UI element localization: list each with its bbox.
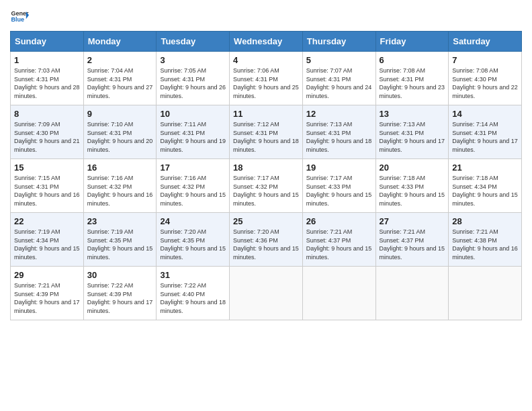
calendar-day-16: 16 Sunrise: 7:16 AMSunset: 4:32 PMDaylig… [83, 159, 157, 213]
day-number: 31 [160, 270, 226, 280]
day-number: 7 [452, 55, 518, 65]
calendar-header-friday: Friday [375, 32, 449, 52]
calendar-day-28: 28 Sunrise: 7:21 AMSunset: 4:38 PMDaylig… [449, 213, 522, 267]
day-info: Sunrise: 7:17 AMSunset: 4:33 PMDaylight:… [306, 174, 372, 208]
day-info: Sunrise: 7:08 AMSunset: 4:30 PMDaylight:… [452, 66, 518, 100]
calendar-day-9: 9 Sunrise: 7:10 AMSunset: 4:31 PMDayligh… [83, 105, 157, 159]
calendar-empty [449, 267, 522, 320]
calendar-table: SundayMondayTuesdayWednesdayThursdayFrid… [10, 31, 522, 320]
day-info: Sunrise: 7:09 AMSunset: 4:30 PMDaylight:… [14, 120, 80, 154]
calendar-header-tuesday: Tuesday [157, 32, 230, 52]
day-number: 1 [14, 55, 80, 65]
calendar-day-31: 31 Sunrise: 7:22 AMSunset: 4:40 PMDaylig… [157, 267, 230, 320]
day-info: Sunrise: 7:14 AMSunset: 4:31 PMDaylight:… [452, 120, 518, 154]
calendar-week-2: 8 Sunrise: 7:09 AMSunset: 4:30 PMDayligh… [11, 105, 522, 159]
calendar-day-27: 27 Sunrise: 7:21 AMSunset: 4:37 PMDaylig… [375, 213, 449, 267]
day-number: 14 [452, 109, 518, 119]
day-info: Sunrise: 7:13 AMSunset: 4:31 PMDaylight:… [380, 120, 445, 154]
day-number: 20 [380, 163, 445, 173]
calendar-day-2: 2 Sunrise: 7:04 AMSunset: 4:31 PMDayligh… [83, 52, 157, 105]
calendar-header-saturday: Saturday [449, 32, 522, 52]
calendar-day-14: 14 Sunrise: 7:14 AMSunset: 4:31 PMDaylig… [449, 105, 522, 159]
calendar-week-3: 15 Sunrise: 7:15 AMSunset: 4:31 PMDaylig… [11, 159, 522, 213]
day-info: Sunrise: 7:20 AMSunset: 4:35 PMDaylight:… [160, 228, 226, 261]
day-info: Sunrise: 7:05 AMSunset: 4:31 PMDaylight:… [160, 66, 226, 100]
day-info: Sunrise: 7:17 AMSunset: 4:32 PMDaylight:… [233, 174, 299, 208]
calendar-day-5: 5 Sunrise: 7:07 AMSunset: 4:31 PMDayligh… [302, 52, 375, 105]
day-info: Sunrise: 7:11 AMSunset: 4:31 PMDaylight:… [160, 120, 226, 154]
day-info: Sunrise: 7:21 AMSunset: 4:37 PMDaylight:… [306, 228, 372, 261]
calendar-week-1: 1 Sunrise: 7:03 AMSunset: 4:31 PMDayligh… [11, 52, 522, 105]
day-info: Sunrise: 7:21 AMSunset: 4:37 PMDaylight:… [380, 228, 445, 261]
day-info: Sunrise: 7:19 AMSunset: 4:35 PMDaylight:… [87, 228, 153, 261]
calendar-day-22: 22 Sunrise: 7:19 AMSunset: 4:34 PMDaylig… [11, 213, 84, 267]
day-number: 13 [380, 109, 445, 119]
calendar-day-23: 23 Sunrise: 7:19 AMSunset: 4:35 PMDaylig… [83, 213, 157, 267]
calendar-header-sunday: Sunday [11, 32, 84, 52]
calendar-day-3: 3 Sunrise: 7:05 AMSunset: 4:31 PMDayligh… [157, 52, 230, 105]
calendar-day-26: 26 Sunrise: 7:21 AMSunset: 4:37 PMDaylig… [302, 213, 375, 267]
calendar-day-1: 1 Sunrise: 7:03 AMSunset: 4:31 PMDayligh… [11, 52, 84, 105]
calendar-week-4: 22 Sunrise: 7:19 AMSunset: 4:34 PMDaylig… [11, 213, 522, 267]
calendar-day-13: 13 Sunrise: 7:13 AMSunset: 4:31 PMDaylig… [375, 105, 449, 159]
day-number: 24 [160, 216, 226, 226]
day-number: 4 [233, 55, 299, 65]
calendar-day-6: 6 Sunrise: 7:08 AMSunset: 4:31 PMDayligh… [375, 52, 449, 105]
calendar-day-18: 18 Sunrise: 7:17 AMSunset: 4:32 PMDaylig… [230, 159, 303, 213]
day-number: 25 [233, 216, 299, 226]
day-info: Sunrise: 7:22 AMSunset: 4:40 PMDaylight:… [160, 281, 226, 315]
calendar-header-wednesday: Wednesday [230, 32, 303, 52]
day-number: 2 [87, 55, 153, 65]
logo-icon: General Blue [10, 7, 29, 26]
calendar-header-row: SundayMondayTuesdayWednesdayThursdayFrid… [11, 32, 522, 52]
calendar-day-10: 10 Sunrise: 7:11 AMSunset: 4:31 PMDaylig… [157, 105, 230, 159]
day-info: Sunrise: 7:21 AMSunset: 4:39 PMDaylight:… [14, 281, 80, 315]
day-number: 23 [87, 216, 153, 226]
calendar-day-20: 20 Sunrise: 7:18 AMSunset: 4:33 PMDaylig… [375, 159, 449, 213]
calendar-empty [375, 267, 449, 320]
day-number: 29 [14, 270, 80, 280]
calendar-week-5: 29 Sunrise: 7:21 AMSunset: 4:39 PMDaylig… [11, 267, 522, 320]
day-info: Sunrise: 7:07 AMSunset: 4:31 PMDaylight:… [306, 66, 372, 100]
day-info: Sunrise: 7:18 AMSunset: 4:34 PMDaylight:… [452, 174, 518, 208]
calendar-day-24: 24 Sunrise: 7:20 AMSunset: 4:35 PMDaylig… [157, 213, 230, 267]
day-number: 26 [306, 216, 372, 226]
day-info: Sunrise: 7:04 AMSunset: 4:31 PMDaylight:… [87, 66, 153, 100]
calendar-day-19: 19 Sunrise: 7:17 AMSunset: 4:33 PMDaylig… [302, 159, 375, 213]
calendar-header-thursday: Thursday [302, 32, 375, 52]
calendar-day-15: 15 Sunrise: 7:15 AMSunset: 4:31 PMDaylig… [11, 159, 84, 213]
calendar-day-12: 12 Sunrise: 7:13 AMSunset: 4:31 PMDaylig… [302, 105, 375, 159]
day-number: 17 [160, 163, 226, 173]
calendar-empty [230, 267, 303, 320]
day-info: Sunrise: 7:06 AMSunset: 4:31 PMDaylight:… [233, 66, 299, 100]
logo: General Blue [10, 7, 29, 26]
day-number: 9 [87, 109, 153, 119]
day-info: Sunrise: 7:19 AMSunset: 4:34 PMDaylight:… [14, 228, 80, 261]
day-number: 28 [452, 216, 518, 226]
calendar-day-7: 7 Sunrise: 7:08 AMSunset: 4:30 PMDayligh… [449, 52, 522, 105]
calendar-day-11: 11 Sunrise: 7:12 AMSunset: 4:31 PMDaylig… [230, 105, 303, 159]
day-info: Sunrise: 7:10 AMSunset: 4:31 PMDaylight:… [87, 120, 153, 154]
day-number: 16 [87, 163, 153, 173]
day-number: 15 [14, 163, 80, 173]
day-info: Sunrise: 7:18 AMSunset: 4:33 PMDaylight:… [380, 174, 445, 208]
day-number: 22 [14, 216, 80, 226]
day-info: Sunrise: 7:21 AMSunset: 4:38 PMDaylight:… [452, 228, 518, 261]
day-number: 3 [160, 55, 226, 65]
day-info: Sunrise: 7:16 AMSunset: 4:32 PMDaylight:… [87, 174, 153, 208]
day-info: Sunrise: 7:16 AMSunset: 4:32 PMDaylight:… [160, 174, 226, 208]
calendar-empty [302, 267, 375, 320]
day-info: Sunrise: 7:20 AMSunset: 4:36 PMDaylight:… [233, 228, 299, 261]
day-number: 5 [306, 55, 372, 65]
day-info: Sunrise: 7:13 AMSunset: 4:31 PMDaylight:… [306, 120, 372, 154]
calendar-day-25: 25 Sunrise: 7:20 AMSunset: 4:36 PMDaylig… [230, 213, 303, 267]
day-info: Sunrise: 7:15 AMSunset: 4:31 PMDaylight:… [14, 174, 80, 208]
day-number: 18 [233, 163, 299, 173]
day-info: Sunrise: 7:22 AMSunset: 4:39 PMDaylight:… [87, 281, 153, 315]
page-header: General Blue [10, 7, 522, 26]
calendar-day-29: 29 Sunrise: 7:21 AMSunset: 4:39 PMDaylig… [11, 267, 84, 320]
calendar-day-30: 30 Sunrise: 7:22 AMSunset: 4:39 PMDaylig… [83, 267, 157, 320]
day-number: 10 [160, 109, 226, 119]
calendar-day-4: 4 Sunrise: 7:06 AMSunset: 4:31 PMDayligh… [230, 52, 303, 105]
svg-text:Blue: Blue [11, 16, 24, 23]
